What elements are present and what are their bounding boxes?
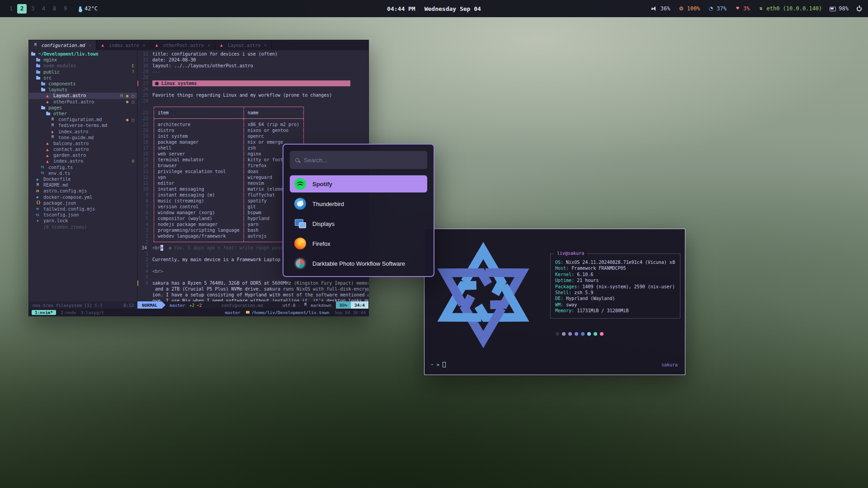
workspace-button[interactable]: 8 [50,4,59,14]
buffer-line[interactable]: ▎6sakura has a Ryzen 5 7640U, 32GB of DD… [137,280,368,286]
launcher-item[interactable]: Spotify [290,175,427,192]
tree-item[interactable]: public ? [29,69,137,75]
tree-item[interactable]: tone-guide.md [29,135,137,141]
statusbar-module[interactable]: 98% [830,5,849,12]
tree-item[interactable]: contact.astro [29,146,137,152]
buffer-text: name [245,110,302,116]
tab-close-icon[interactable]: × [143,43,146,48]
workspace-button[interactable]: 2 [17,4,27,14]
statusbar-module[interactable]: 36% [651,5,670,12]
buffer-line[interactable]: 20│ distro │ nixos or gentoo │ [137,127,368,133]
tree-item[interactable]: configuration.md ● □ [29,117,137,122]
git-sign [137,216,141,221]
temperature-module[interactable]: 42°C [79,5,98,12]
tab-close-icon[interactable]: × [264,43,267,48]
line-number: 34 [141,245,152,251]
statusbar-module[interactable]: 37% [708,5,726,12]
line-number: 1 [141,239,152,245]
buffer-line[interactable]: ┌────────────────────────────────┬──────… [137,104,368,110]
tree-item[interactable]: balcony.astro [29,141,137,146]
tree-item[interactable]: pages [29,105,137,111]
power-button[interactable] [857,6,862,11]
fetch-info-line: Uptime21 hours [555,277,675,283]
buffer-text: compositor (wayland) [155,216,242,221]
buffer-line[interactable]: and a 2TB (Crucial P5 Plus) NVMe drive. … [137,286,368,292]
tree-item[interactable]: components [29,81,137,87]
tree-item[interactable]: other [29,111,137,117]
ts-icon [41,164,46,170]
git-sign [137,186,141,192]
palette-dot [556,332,559,336]
statusbar-module[interactable]: 3% [734,5,750,12]
buffer-line[interactable]: 26 [137,86,368,92]
tab-close-icon[interactable]: × [208,43,210,48]
line-number: 9 [141,192,152,198]
workspace-button[interactable]: 1 [6,4,16,14]
search-input[interactable] [304,157,422,164]
tree-item[interactable]: nginx [29,57,137,63]
tree-item[interactable]: garden.astro [29,152,137,158]
buffer-line[interactable]: 29--- [137,69,368,75]
tree-item[interactable]: index.astro [29,128,137,134]
workspace-button[interactable]: 4 [39,4,48,14]
buffer-line[interactable]: ion. I have a setup consisting of Hyprla… [137,292,368,298]
editor-tab[interactable]: otherPost.astro × [151,40,215,50]
launcher-search[interactable] [290,151,427,169]
buffer-line[interactable]: 19│ init system │ openrc │ [137,133,368,139]
editor-tab[interactable]: index.astro × [96,40,150,50]
workspace-button[interactable]: 9 [61,4,70,14]
shell-prompt[interactable]: ~ > [431,362,446,367]
launcher-item[interactable]: Darktable Photo Workflow Software [290,255,427,272]
tree-item[interactable]: yarn.lock [29,218,137,224]
tree-item[interactable]: otherPost.astro ● □ [29,99,137,105]
tree-item[interactable]: Layout.astro H ● □ [29,93,137,99]
tree-item[interactable]: docker-compose.yml [29,194,137,200]
buffer-line[interactable]: 31date: 2024-08-30 [137,57,368,63]
editor-tab[interactable]: Layout.astro × [215,40,272,50]
tree-item[interactable]: index.astro H [29,158,137,164]
launcher-item[interactable]: Firefox [290,235,427,252]
buffer-line[interactable]: ove. I use Nix when I need software with… [137,298,368,301]
clock[interactable]: 04:44 PMWednesday Sep 04 [387,5,481,12]
volume-icon [651,6,658,11]
tree-item[interactable]: astro.config.mjs [29,188,137,194]
buffer-line[interactable]: ▎27Linux systems [137,80,368,86]
tree-item[interactable]: layouts [29,87,137,93]
statusbar-module[interactable]: 100% [678,5,700,12]
buffer-line[interactable]: 24 [137,98,368,104]
markdown-icon [303,302,309,308]
buffer-line[interactable]: 23│ item │ name │ [137,110,368,116]
launcher-item[interactable]: Thunderbird [290,195,427,212]
tree-item[interactable]: src [29,75,137,81]
statusbar-module[interactable]: eth0 (10.0.0.140) [757,5,822,12]
heading-band: Linux systems [152,80,350,86]
tree-item[interactable]: README.md [29,182,137,188]
tree-item[interactable]: ~/Development/liv.town [29,51,137,57]
linux-icon [155,82,159,85]
tree-item[interactable]: fediverse-terms.md [29,122,137,128]
tree-item[interactable]: Dockerfile [29,176,137,182]
line-number: 31 [141,57,152,63]
buffer-line[interactable]: 32title: configuration for devices i use… [137,51,368,57]
tree-item[interactable]: tsconfig.json [29,212,137,218]
tmux-window-tab[interactable]: 2:node [61,310,76,315]
tree-item[interactable]: package.json [29,200,137,206]
launcher-item[interactable]: Displays [290,215,427,232]
tree-item[interactable]: (6 hidden items) [29,224,137,230]
buffer-line[interactable]: 25Favorite things regarding Linux and my… [137,92,368,98]
tree-item[interactable]: node_modules E [29,63,137,69]
git-sign [137,198,141,204]
workspace-button[interactable]: 3 [28,4,38,14]
buffer-line[interactable]: 22├────────────────────────────────┼────… [137,116,368,122]
tree-item[interactable]: config.ts [29,164,137,170]
tree-item[interactable]: tailwind.config.mjs [29,206,137,212]
tab-close-icon[interactable]: × [89,43,91,48]
tmux-window-tab[interactable]: 1:nvim* [32,310,56,315]
tree-item[interactable]: env.d.ts [29,170,137,176]
buffer-line[interactable]: 28 [137,75,368,80]
buffer-line[interactable]: 30layout: ../../layouts/otherPost.astro [137,63,368,69]
editor-tab[interactable]: configuration.md × [29,40,96,50]
tmux-window-tab[interactable]: 3:lazygit [80,310,104,315]
buffer-line[interactable]: 21│ architecture │ x86_64 (rip m2 pro) │ [137,122,368,127]
palette-dot [587,332,591,336]
